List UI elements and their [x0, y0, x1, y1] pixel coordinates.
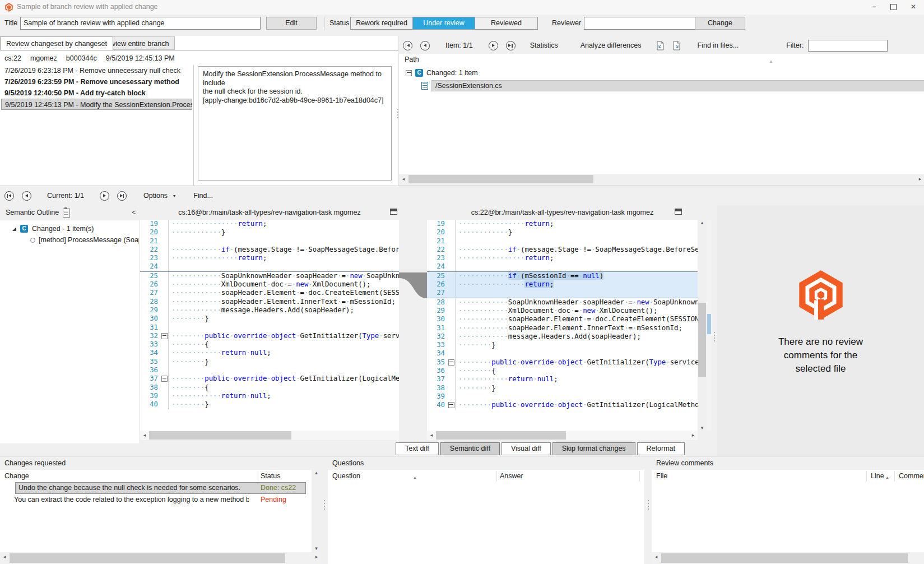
changeset-row[interactable]: 7/26/2019 6:23:59 PM - Remove uncesessar…: [0, 76, 193, 87]
scrollbar-thumb[interactable]: [10, 553, 285, 563]
code-line[interactable]: 39: [427, 392, 698, 401]
open-in-window-icon[interactable]: [390, 209, 397, 215]
code-line[interactable]: 30········}: [140, 315, 399, 323]
scroll-up-icon[interactable]: ▴: [698, 220, 707, 225]
change-request-row[interactable]: Undo the change because the null check i…: [0, 482, 312, 494]
tree-root-changed[interactable]: C Changed: 1 item: [406, 69, 478, 77]
code-line[interactable]: 33········}: [427, 341, 698, 349]
bottom-splitter[interactable]: [321, 456, 328, 564]
maximize-button[interactable]: [884, 0, 903, 14]
splitter-grip[interactable]: [647, 500, 649, 510]
code-line[interactable]: 24: [140, 262, 399, 271]
code-line[interactable]: 38········}: [427, 384, 698, 392]
code-line[interactable]: 19················return;: [140, 220, 399, 228]
last-diff-button[interactable]: [117, 191, 127, 201]
clipboard-icon[interactable]: [63, 209, 70, 218]
open-in-window-icon[interactable]: [675, 209, 682, 215]
outline-root-row[interactable]: C Changed - 1 item(s): [12, 225, 94, 233]
scroll-right-icon[interactable]: ▸: [916, 174, 924, 184]
code-line[interactable]: 24: [427, 262, 698, 271]
code-line[interactable]: 26················return;: [427, 280, 698, 289]
changeset-row[interactable]: 9/5/2019 12:45:13 PM - Modify the Sessio…: [1, 99, 192, 110]
outline-method-row[interactable]: [method] ProcessMessage (SoapM: [30, 236, 139, 244]
scroll-right-icon[interactable]: ▸: [689, 431, 698, 440]
scroll-left-icon[interactable]: ◂: [652, 552, 661, 562]
code-line[interactable]: 37········public·override·object·GetInit…: [140, 375, 399, 383]
find-in-files-button[interactable]: Find in files...: [698, 41, 739, 49]
code-line[interactable]: 19················return;: [427, 220, 698, 228]
changeset-row[interactable]: 9/5/2019 12:40:50 PM - Add try-catch blo…: [0, 87, 193, 99]
export-diff-left-icon[interactable]: [656, 41, 665, 50]
previous-item-button[interactable]: [420, 41, 430, 50]
code-line[interactable]: 34············return·null;: [140, 349, 399, 357]
changeset-row[interactable]: 7/26/2019 6:23:18 PM - Remove unnecessar…: [0, 65, 193, 76]
scroll-down-icon[interactable]: ▾: [312, 545, 321, 551]
previous-diff-button[interactable]: [22, 191, 31, 201]
status-option-rework-required[interactable]: Rework required: [351, 17, 413, 29]
code-line[interactable]: 40········}: [140, 400, 399, 409]
next-diff-button[interactable]: [100, 191, 109, 201]
code-line[interactable]: 23················return;: [140, 254, 399, 262]
code-line[interactable]: 25············SoapUnknownHeader·soapHead…: [140, 271, 399, 280]
analyze-differences-button[interactable]: Analyze differences: [581, 41, 642, 49]
code-line[interactable]: 21: [427, 237, 698, 246]
fold-collapse-icon[interactable]: [448, 402, 454, 408]
text-diff-button[interactable]: Text diff: [396, 442, 439, 455]
first-item-button[interactable]: [403, 41, 412, 50]
export-diff-right-icon[interactable]: [672, 41, 681, 50]
review-hscrollbar[interactable]: ◂: [652, 552, 924, 564]
fold-gutter[interactable]: [161, 332, 168, 340]
fold-collapse-icon[interactable]: [448, 359, 454, 366]
right-code-pane[interactable]: 19················return;20············}…: [427, 220, 698, 431]
bottom-splitter[interactable]: [644, 456, 652, 564]
code-line[interactable]: 22············if·(message.Stage·!=·SoapM…: [140, 246, 399, 254]
code-line[interactable]: 25············if·(mSessionId·==·null): [427, 271, 698, 280]
code-line[interactable]: 33········{: [140, 340, 399, 349]
column-file[interactable]: File: [656, 470, 667, 482]
code-line[interactable]: 21: [140, 237, 399, 246]
path-column-header[interactable]: Path ▲: [399, 54, 924, 66]
code-line[interactable]: 35········public·override·object·GetInit…: [427, 358, 698, 367]
right-pane-vscrollbar[interactable]: ▴ ▾: [698, 220, 707, 431]
tree-expanded-icon[interactable]: [12, 227, 16, 231]
visual-diff-button[interactable]: Visual diff: [502, 442, 551, 455]
status-option-reviewed[interactable]: Reviewed: [475, 17, 537, 29]
reformat-button[interactable]: Reformat: [637, 442, 685, 455]
review-title-input[interactable]: Sample of branch review with applied cha…: [20, 17, 261, 30]
column-divider[interactable]: [496, 471, 497, 481]
code-line[interactable]: 32········public·override·object·GetInit…: [140, 332, 399, 340]
find-button[interactable]: Find...: [193, 192, 213, 200]
scroll-left-icon[interactable]: ◂: [0, 552, 9, 562]
splitter-grip[interactable]: [713, 332, 716, 341]
code-line[interactable]: 36········{: [427, 367, 698, 375]
last-item-button[interactable]: [506, 41, 516, 50]
scroll-up-icon[interactable]: ▴: [315, 470, 318, 475]
code-line[interactable]: 40········public·override·object·GetInit…: [427, 401, 698, 409]
scrollbar-thumb[interactable]: [698, 303, 706, 377]
code-line[interactable]: 22············if·(message.Stage·!=·SoapM…: [427, 246, 698, 254]
scroll-left-icon[interactable]: ◂: [399, 174, 408, 184]
code-line[interactable]: 26············XmlDocument·doc·=·new·XmlD…: [140, 280, 399, 289]
code-line[interactable]: 28············SoapUnknownHeader·soapHead…: [427, 298, 698, 307]
scrollbar-thumb[interactable]: [436, 431, 566, 440]
left-pane-hscrollbar[interactable]: ◂: [140, 431, 399, 440]
fold-collapse-icon[interactable]: [161, 376, 168, 382]
scrollbar-thumb[interactable]: [661, 553, 908, 563]
fold-collapse-icon[interactable]: [161, 333, 168, 339]
column-divider[interactable]: [639, 471, 640, 481]
collapse-expander-icon[interactable]: [406, 70, 412, 76]
minimize-button[interactable]: −: [865, 0, 884, 14]
column-status[interactable]: Status: [261, 470, 280, 482]
fold-gutter[interactable]: [448, 401, 455, 409]
code-line[interactable]: 20············}: [427, 228, 698, 237]
code-line[interactable]: 35········}: [140, 358, 399, 366]
scrollbar-thumb[interactable]: [408, 175, 593, 183]
code-line[interactable]: 27: [427, 289, 698, 297]
changes-hscrollbar[interactable]: ◂ ▸: [0, 552, 321, 564]
changes-vscrollbar[interactable]: ▴ ▾: [312, 470, 321, 552]
scroll-right-icon[interactable]: ▸: [312, 552, 321, 562]
options-button[interactable]: Options: [143, 192, 168, 200]
skip-format-changes-button[interactable]: Skip format changes: [552, 442, 635, 455]
fold-gutter[interactable]: [448, 358, 455, 367]
items-horizontal-scrollbar[interactable]: ◂ ▸: [399, 174, 924, 184]
